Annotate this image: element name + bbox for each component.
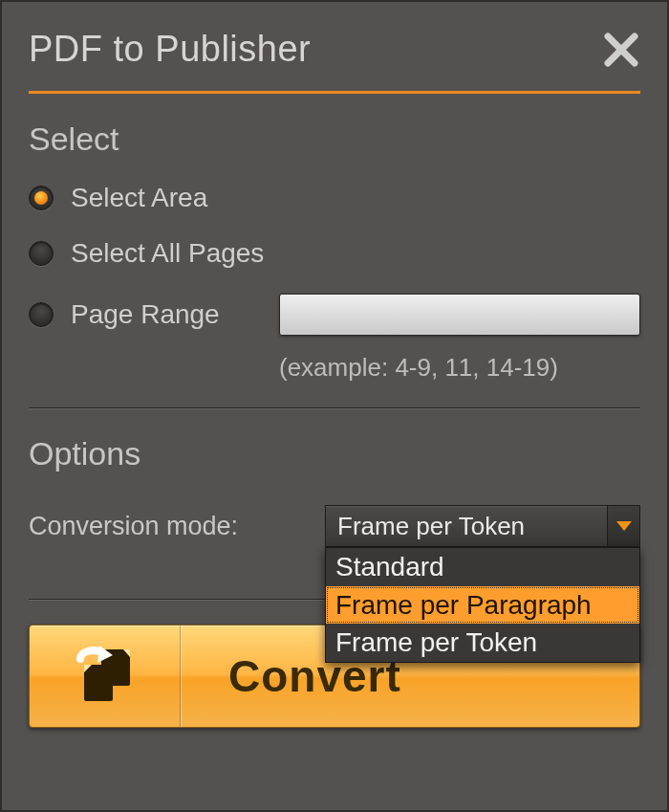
conversion-mode-value: Frame per Token — [326, 512, 607, 541]
select-heading: Select — [29, 121, 640, 158]
section-divider — [29, 407, 640, 408]
svg-rect-4 — [84, 665, 113, 701]
conversion-mode-label: Conversion mode: — [29, 512, 238, 541]
radio-label: Page Range — [71, 299, 252, 330]
header-divider — [29, 91, 640, 94]
dropdown-toggle[interactable] — [607, 506, 639, 546]
dialog-header: PDF to Publisher — [29, 29, 640, 70]
dropdown-item-frame-per-paragraph[interactable]: Frame per Paragraph — [326, 586, 639, 625]
radio-select-all-pages[interactable] — [29, 241, 54, 266]
close-button[interactable] — [602, 31, 640, 69]
conversion-mode-combo-wrap: Frame per Token Standard Frame per Parag… — [325, 505, 640, 547]
page-range-input[interactable] — [279, 294, 640, 336]
page-range-example: (example: 4-9, 11, 14-19) — [279, 353, 640, 383]
options-heading: Options — [29, 435, 640, 472]
conversion-mode-menu: Standard Frame per Paragraph Frame per T… — [325, 547, 640, 663]
option-row-page-range[interactable]: Page Range — [29, 294, 640, 336]
radio-label: Select Area — [71, 183, 207, 213]
dialog-panel: PDF to Publisher Select Select Area Sele… — [0, 0, 669, 812]
close-icon — [602, 31, 640, 69]
dropdown-item-standard[interactable]: Standard — [326, 548, 639, 586]
dropdown-item-frame-per-token[interactable]: Frame per Token — [326, 624, 639, 662]
option-row-select-all-pages[interactable]: Select All Pages — [29, 238, 640, 269]
conversion-mode-row: Conversion mode: Frame per Token Standar… — [29, 505, 640, 547]
radio-label: Select All Pages — [71, 238, 264, 269]
option-row-select-area[interactable]: Select Area — [29, 183, 640, 213]
chevron-down-icon — [616, 521, 632, 531]
convert-icon — [71, 646, 140, 707]
conversion-mode-dropdown[interactable]: Frame per Token — [325, 505, 640, 547]
radio-page-range[interactable] — [29, 302, 54, 327]
dialog-title: PDF to Publisher — [29, 29, 311, 70]
radio-select-area[interactable] — [29, 186, 54, 210]
convert-icon-box — [30, 625, 181, 727]
